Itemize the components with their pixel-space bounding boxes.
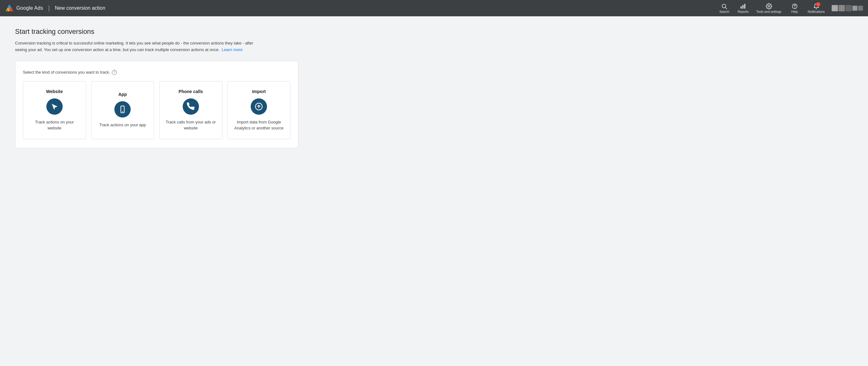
phone-icon-circle (183, 98, 199, 115)
app-description: Track actions on your app (99, 122, 146, 128)
help-tooltip-icon[interactable]: ? (112, 70, 117, 75)
avatar-1 (832, 5, 838, 11)
logo-icon (5, 4, 14, 12)
learn-more-link[interactable]: Learn more (222, 47, 243, 52)
svg-marker-2 (7, 4, 11, 8)
conversion-type-container: Select the kind of conversions you want … (15, 61, 298, 148)
help-button[interactable]: Help (786, 1, 803, 16)
app-title: App (119, 92, 127, 97)
tools-icon (766, 3, 772, 9)
select-label: Select the kind of conversions you want … (23, 70, 290, 75)
website-icon-circle (46, 98, 63, 115)
reports-icon (740, 3, 746, 9)
avatar-4 (852, 6, 857, 11)
search-icon (721, 3, 727, 9)
notifications-button[interactable]: 1 Notifications (805, 1, 828, 16)
phone-option[interactable]: Phone calls Track calls from your ads or… (159, 81, 222, 139)
avatar-2 (839, 5, 845, 11)
nav-right: Search Reports Tools and settings (715, 1, 863, 16)
brand-name: Google Ads (16, 5, 43, 11)
avatar-5 (858, 6, 863, 11)
website-description: Track actions on your website (28, 119, 81, 131)
nav-divider: | (48, 5, 50, 12)
tools-button[interactable]: Tools and settings (753, 1, 784, 16)
avatar-3 (845, 5, 852, 11)
nav-left: Google Ads | New conversion action (5, 4, 715, 12)
page-title-nav: New conversion action (55, 5, 105, 11)
svg-rect-6 (741, 6, 742, 9)
phone-icon (187, 102, 195, 111)
tools-label: Tools and settings (756, 10, 781, 13)
top-navigation: Google Ads | New conversion action Searc… (0, 0, 868, 16)
reports-button[interactable]: Reports (734, 1, 752, 16)
notifications-icon: 1 (813, 3, 819, 9)
phone-description: Track calls from your ads or website (164, 119, 217, 131)
description-text: Conversion tracking is critical to succe… (15, 40, 266, 53)
import-title: Import (252, 89, 266, 94)
cursor-icon (51, 102, 59, 111)
conversion-options: Website Track actions on your website Ap… (23, 81, 290, 139)
main-content: Start tracking conversions Conversion tr… (0, 16, 313, 159)
svg-rect-7 (743, 5, 744, 8)
app-option[interactable]: App Track actions on your app (91, 81, 154, 139)
search-label: Search (719, 10, 730, 13)
mobile-icon (119, 105, 127, 114)
help-icon (792, 3, 798, 9)
svg-point-10 (794, 7, 795, 8)
notifications-label: Notifications (808, 10, 825, 13)
search-button[interactable]: Search (715, 1, 733, 16)
app-icon-circle (114, 101, 131, 118)
import-description: Import data from Google Analytics or ano… (233, 119, 285, 131)
notification-badge-count: 1 (816, 2, 820, 7)
google-ads-logo[interactable]: Google Ads (5, 4, 43, 12)
avatar-group[interactable] (832, 5, 863, 11)
import-option[interactable]: Import Import data from Google Analytics… (227, 81, 291, 139)
phone-title: Phone calls (179, 89, 203, 94)
import-icon-circle (251, 98, 267, 115)
upload-icon (255, 102, 263, 111)
page-heading: Start tracking conversions (15, 28, 298, 36)
website-option[interactable]: Website Track actions on your website (23, 81, 86, 139)
website-title: Website (46, 89, 63, 94)
svg-line-5 (725, 7, 727, 9)
reports-label: Reports (738, 10, 749, 13)
help-label: Help (791, 10, 798, 13)
svg-rect-8 (745, 4, 745, 8)
svg-marker-3 (9, 8, 13, 11)
